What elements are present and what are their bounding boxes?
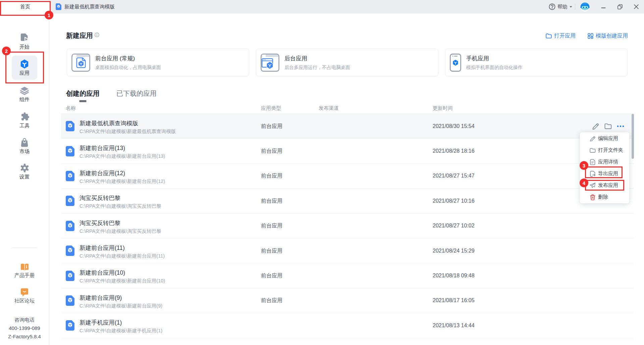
- market-bag-icon: [20, 138, 29, 147]
- menu-item-open-folder[interactable]: 打开文件夹: [580, 144, 629, 156]
- app-updated: 2021/08/27 10:16: [433, 198, 475, 204]
- close-button[interactable]: [629, 0, 644, 13]
- column-header-updated: 更新时间: [433, 105, 453, 112]
- table-row[interactable]: 新建最低机票查询模版 C:\RPA文件\自建模板\新建最低机票查询模版 前台应用…: [61, 114, 634, 139]
- avatar[interactable]: [580, 2, 590, 12]
- tab-home[interactable]: 首页: [0, 0, 50, 13]
- app-file-icon: [66, 271, 74, 281]
- table-row[interactable]: 淘宝买反转巴黎 C:\RPA文件\自建模板\淘宝买反转巴黎 前台应用 2021/…: [61, 214, 634, 238]
- menu-item-app-detail[interactable]: 应用详情: [580, 156, 629, 168]
- app-type: 前台应用: [261, 123, 282, 130]
- sidebar-item-tools[interactable]: 工具: [0, 112, 49, 129]
- app-name: 新建前台应用(10): [79, 269, 125, 277]
- help-menu[interactable]: 帮助: [549, 0, 572, 13]
- card-desc: 后台多应用运行，不占电脑桌面: [284, 65, 350, 71]
- app-name: 淘宝买反转巴黎: [79, 194, 121, 202]
- card-backend-app[interactable]: 后台应用 后台多应用运行，不占电脑桌面: [256, 49, 438, 76]
- open-app-link[interactable]: 打开应用: [546, 32, 576, 40]
- app-file-icon: [66, 320, 74, 331]
- menu-item-publish-app[interactable]: 发布应用: [580, 180, 629, 191]
- card-desc: 桌面模拟自动化，占用电脑桌面: [95, 65, 161, 71]
- sidebar-item-market[interactable]: 市场: [0, 138, 49, 155]
- backend-app-window-icon: [261, 54, 279, 72]
- tab-open-app[interactable]: 新建最低机票查询模版: [50, 0, 121, 13]
- menu-item-label: 删除: [598, 194, 608, 200]
- app-type: 前台应用: [261, 272, 282, 279]
- section-title: 新建应用: [66, 31, 93, 40]
- export-app-icon: [590, 171, 596, 177]
- app-file-icon: [66, 221, 74, 231]
- open-folder-button[interactable]: [604, 123, 612, 129]
- card-mobile-app[interactable]: 手机应用 模拟手机界面的自动化操作: [445, 49, 628, 76]
- sidebar-link-community-forum[interactable]: 社区论坛: [0, 288, 49, 304]
- menu-item-label: 编辑应用: [598, 135, 618, 142]
- menu-item-export-app[interactable]: 导出应用: [580, 168, 629, 180]
- app-list-tabs: 创建的应用 已下载的应用: [66, 89, 157, 102]
- edit-app-button[interactable]: [592, 123, 599, 130]
- community-forum-chat-icon: [20, 288, 29, 297]
- column-header-name: 名称: [66, 105, 76, 112]
- app-path: C:\RPA文件\自建模板\新建手机应用(1): [79, 328, 162, 334]
- table-row[interactable]: 淘宝买反转巴黎 C:\RPA文件\自建模板\淘宝买反转巴黎 前台应用 2021/…: [61, 189, 634, 213]
- tab-created-apps[interactable]: 创建的应用: [66, 89, 100, 102]
- app-file-icon: [66, 146, 74, 156]
- ellipsis-icon: [617, 125, 624, 127]
- table-row[interactable]: 新建前台应用(13) C:\RPA文件\自建模板\新建前台应用(13) 前台应用…: [61, 139, 634, 163]
- info-icon[interactable]: [95, 32, 99, 37]
- close-icon: [634, 4, 639, 9]
- start-icon: [20, 33, 29, 43]
- more-actions-button[interactable]: [617, 125, 624, 127]
- sidebar-item-start[interactable]: 开始: [0, 33, 49, 50]
- delete-trash-icon: [590, 194, 596, 200]
- template-create-link[interactable]: 模版创建应用: [588, 32, 628, 40]
- table-row[interactable]: 新建前台应用(12) C:\RPA文件\自建模板\新建前台应用(12) 前台应用…: [61, 164, 634, 189]
- sidebar-divider: [12, 248, 37, 248]
- app-path: C:\RPA文件\自建模板\新建最低机票查询模版: [79, 128, 176, 135]
- app-file-icon: [66, 196, 74, 206]
- open-app-label: 打开应用: [554, 32, 576, 40]
- minimize-button[interactable]: [596, 0, 611, 13]
- open-app-folder-icon: [546, 33, 552, 39]
- card-desc: 模拟手机界面的自动化操作: [466, 65, 523, 71]
- card-title: 手机应用: [466, 55, 523, 62]
- table-row[interactable]: 新建前台应用(11) C:\RPA文件\自建模板\新建前台应用(11) 前台应用…: [61, 238, 634, 263]
- app-cube-file-icon: [56, 3, 61, 10]
- sidebar-link-label: 产品手册: [14, 272, 35, 279]
- app-type: 前台应用: [261, 197, 282, 204]
- table-row[interactable]: 新建前台应用(9) C:\RPA文件\自建模板\新建前台应用(9) 前台应用 2…: [61, 288, 634, 313]
- app-file-icon: [66, 121, 74, 131]
- tab-downloaded-apps[interactable]: 已下载的应用: [116, 89, 157, 102]
- sidebar-contact: 咨询电话 400-1399-089 Z-Factory5.8.4: [0, 316, 49, 341]
- table-row[interactable]: 新建前台应用(10) C:\RPA文件\自建模板\新建前台应用(10) 前台应用…: [61, 263, 634, 288]
- edit-pencil-icon: [590, 136, 596, 142]
- sidebar-link-product-manual[interactable]: 产品手册: [0, 263, 49, 279]
- title-bar: 首页 新建最低机票查询模版 帮助: [0, 0, 644, 13]
- app-table: 新建最低机票查询模版 C:\RPA文件\自建模板\新建最低机票查询模版 前台应用…: [61, 114, 634, 338]
- publish-plane-icon: [590, 183, 596, 188]
- folder-icon: [604, 123, 612, 129]
- avatar-robot-icon: [580, 2, 590, 12]
- app-path: C:\RPA文件\自建模板\新建前台应用(12): [79, 178, 165, 185]
- card-frontend-app[interactable]: 前台应用 (常规) 桌面模拟自动化，占用电脑桌面: [67, 49, 249, 76]
- app-name: 新建前台应用(13): [79, 144, 125, 152]
- maximize-button[interactable]: [612, 0, 628, 13]
- sidebar-item-settings[interactable]: 设置: [0, 163, 49, 180]
- table-row[interactable]: 新建手机应用(1) C:\RPA文件\自建模板\新建手机应用(1) 2021/0…: [61, 313, 634, 338]
- scrollbar-thumb[interactable]: [632, 114, 634, 159]
- menu-item-edit-app[interactable]: 编辑应用: [580, 133, 629, 144]
- sidebar-item-apps[interactable]: 应用: [0, 59, 49, 76]
- app-updated: 2021/08/24 15:29: [433, 248, 475, 254]
- app-name: 新建前台应用(11): [79, 244, 125, 252]
- app-updated: 2021/08/18 09:48: [433, 273, 475, 279]
- menu-item-delete[interactable]: 删除: [580, 191, 629, 203]
- app-type: 前台应用: [261, 172, 282, 180]
- app-tab-label: 新建最低机票查询模版: [64, 4, 115, 10]
- app-updated: 2021/08/17 16:05: [433, 297, 475, 303]
- app-updated: 2021/08/27 15:47: [433, 173, 475, 179]
- column-header-channel: 发布渠道: [319, 105, 339, 112]
- app-detail-doc-icon: [590, 159, 596, 165]
- sidebar-item-components[interactable]: 组件: [0, 86, 49, 103]
- app-name: 新建前台应用(12): [79, 169, 125, 177]
- app-file-icon: [66, 171, 74, 181]
- chevron-down-icon: [570, 6, 572, 8]
